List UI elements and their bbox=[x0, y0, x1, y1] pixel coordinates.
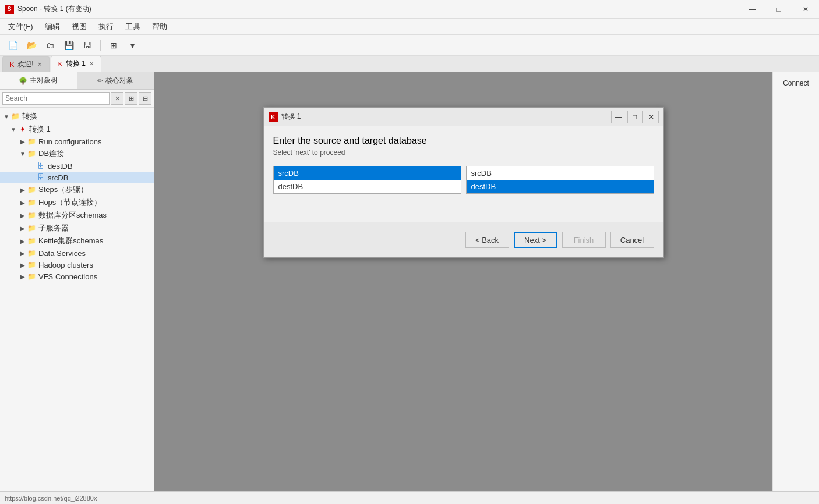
toolbar: 📄 📂 🗂 💾 🖫 ⊞ ▾ bbox=[0, 35, 819, 56]
tree-item-data-services[interactable]: ▶ 📁 Data Services bbox=[0, 247, 154, 259]
menu-execute[interactable]: 执行 bbox=[93, 19, 119, 34]
tree-item-srcdb[interactable]: ▶ 🗄 srcDB bbox=[0, 172, 154, 183]
dialog-titlebar: K 转换 1 — □ ✕ bbox=[264, 108, 663, 126]
tree-label-steps: Steps（步骤） bbox=[38, 184, 88, 195]
dialog: K 转换 1 — □ ✕ Enter the source and target… bbox=[263, 107, 664, 258]
dialog-icon: K bbox=[269, 112, 278, 122]
tree-item-transform1[interactable]: ▼ ✦ 转换 1 bbox=[0, 123, 154, 136]
db-folder-icon: 📁 bbox=[27, 149, 36, 158]
toggle-schemas[interactable]: ▶ bbox=[19, 211, 27, 219]
dialog-close-button[interactable]: ✕ bbox=[644, 111, 659, 123]
target-db-list[interactable]: srcDB destDB bbox=[466, 166, 654, 194]
tree-item-subserver[interactable]: ▶ 📁 子服务器 bbox=[0, 222, 154, 235]
tree-item-hops[interactable]: ▶ 📁 Hops（节点连接） bbox=[0, 196, 154, 209]
source-item-destdb[interactable]: destDB bbox=[274, 180, 461, 193]
open2-button[interactable]: 🗂 bbox=[42, 37, 58, 54]
tab-transform-close[interactable]: ✕ bbox=[89, 61, 94, 67]
next-button[interactable]: Next > bbox=[514, 232, 557, 248]
search-input[interactable] bbox=[2, 92, 110, 105]
sidebar-tab-main[interactable]: 🌳 主对象树 bbox=[0, 72, 77, 89]
toggle-kettle-schemas[interactable]: ▶ bbox=[19, 237, 27, 245]
minimize-button[interactable]: — bbox=[739, 0, 765, 19]
transform-icon: ✦ bbox=[17, 125, 27, 134]
source-db-list[interactable]: srcDB destDB bbox=[273, 166, 461, 194]
menu-tools[interactable]: 工具 bbox=[119, 19, 146, 34]
tab-welcome-icon: K bbox=[10, 61, 14, 68]
tab-transform-label: 转换 1 bbox=[66, 59, 86, 69]
right-panel: Connect bbox=[772, 72, 819, 504]
new-button[interactable]: 📄 bbox=[5, 37, 21, 54]
menu-help[interactable]: 帮助 bbox=[146, 19, 173, 34]
tabs-row: K 欢迎! ✕ K 转换 1 ✕ bbox=[0, 56, 819, 72]
tree-item-run-config[interactable]: ▶ 📁 Run configurations bbox=[0, 136, 154, 147]
sidebar-tabs: 🌳 主对象树 ✏ 核心对象 bbox=[0, 72, 154, 90]
content-area: K 转换 1 — □ ✕ Enter the source and target… bbox=[154, 72, 772, 504]
back-button[interactable]: < Back bbox=[465, 232, 509, 248]
tab-welcome[interactable]: K 欢迎! ✕ bbox=[2, 56, 50, 72]
layers-button[interactable]: ⊞ bbox=[105, 37, 122, 54]
hadoop-folder-icon: 📁 bbox=[27, 260, 36, 269]
vfs-folder-icon: 📁 bbox=[27, 272, 36, 281]
kettle-schemas-folder-icon: 📁 bbox=[27, 236, 36, 246]
tree-item-transform-root[interactable]: ▼ 📁 转换 bbox=[0, 110, 154, 123]
tree-item-steps[interactable]: ▶ 📁 Steps（步骤） bbox=[0, 183, 154, 196]
toggle-db-connections[interactable]: ▼ bbox=[19, 150, 27, 158]
toggle-vfs[interactable]: ▶ bbox=[19, 272, 27, 281]
open-button[interactable]: 📂 bbox=[23, 37, 40, 54]
save-button[interactable]: 💾 bbox=[61, 37, 77, 54]
toggle-hadoop[interactable]: ▶ bbox=[19, 261, 27, 269]
toolbar-separator bbox=[100, 40, 101, 51]
maximize-button[interactable]: □ bbox=[765, 0, 792, 19]
target-item-srcdb[interactable]: srcDB bbox=[467, 166, 654, 180]
menu-view[interactable]: 视图 bbox=[66, 19, 93, 34]
tree-item-kettle-schemas[interactable]: ▶ 📁 Kettle集群schemas bbox=[0, 235, 154, 247]
menu-file[interactable]: 文件(F) bbox=[2, 19, 39, 34]
tab-welcome-label: 欢迎! bbox=[17, 59, 33, 69]
tree-item-vfs[interactable]: ▶ 📁 VFS Connections bbox=[0, 271, 154, 282]
tree-label-kettle-schemas: Kettle集群schemas bbox=[38, 236, 103, 246]
layers2-button[interactable]: ▾ bbox=[124, 37, 140, 54]
dialog-maximize-button[interactable]: □ bbox=[627, 111, 643, 123]
window-controls: — □ ✕ bbox=[739, 0, 819, 19]
collapse-button[interactable]: ⊟ bbox=[139, 92, 151, 105]
connect-button[interactable]: Connect bbox=[781, 77, 811, 90]
tab-welcome-close[interactable]: ✕ bbox=[37, 61, 42, 68]
toggle-steps[interactable]: ▶ bbox=[19, 186, 27, 194]
tree-label-schemas: 数据库分区schemas bbox=[38, 210, 107, 221]
sidebar-tab-core[interactable]: ✏ 核心对象 bbox=[77, 72, 154, 89]
target-item-destdb[interactable]: destDB bbox=[467, 180, 654, 193]
dialog-footer: < Back Next > Finish Cancel bbox=[264, 222, 663, 257]
window-title: Spoon - 转换 1 (有变动) bbox=[17, 4, 91, 14]
tree-item-destdb[interactable]: ▶ 🗄 destDB bbox=[0, 160, 154, 172]
expand-button[interactable]: ⊞ bbox=[125, 92, 137, 105]
status-bar: https://blog.csdn.net/qq_i22880x bbox=[0, 491, 819, 504]
cancel-button[interactable]: Cancel bbox=[610, 232, 654, 248]
toggle-run-config[interactable]: ▶ bbox=[19, 137, 27, 145]
main-layout: 🌳 主对象树 ✏ 核心对象 ✕ ⊞ ⊟ ▼ 📁 转换 ▼ ✦ bbox=[0, 72, 819, 504]
run-folder-icon: 📁 bbox=[27, 137, 36, 146]
saveas-button[interactable]: 🖫 bbox=[79, 37, 96, 54]
sidebar: 🌳 主对象树 ✏ 核心对象 ✕ ⊞ ⊟ ▼ 📁 转换 ▼ ✦ bbox=[0, 72, 154, 504]
toggle-data-services[interactable]: ▶ bbox=[19, 249, 27, 257]
tab-transform[interactable]: K 转换 1 ✕ bbox=[51, 56, 101, 72]
finish-button[interactable]: Finish bbox=[562, 232, 606, 248]
search-bar: ✕ ⊞ ⊟ bbox=[0, 90, 154, 108]
menu-edit[interactable]: 编辑 bbox=[39, 19, 66, 34]
tree-label-srcdb: srcDB bbox=[48, 173, 68, 182]
close-button[interactable]: ✕ bbox=[792, 0, 819, 19]
toggle-subserver[interactable]: ▶ bbox=[19, 224, 27, 232]
dialog-minimize-button[interactable]: — bbox=[611, 111, 626, 123]
dialog-title: Enter the source and target database bbox=[273, 136, 654, 146]
tree-label-vfs: VFS Connections bbox=[38, 272, 97, 281]
toggle-transform-root[interactable]: ▼ bbox=[2, 112, 10, 120]
search-clear-button[interactable]: ✕ bbox=[111, 92, 123, 105]
toggle-transform1[interactable]: ▼ bbox=[9, 125, 17, 133]
tree-item-schemas[interactable]: ▶ 📁 数据库分区schemas bbox=[0, 209, 154, 222]
tree-label-hadoop: Hadoop clusters bbox=[38, 261, 93, 269]
menu-bar: 文件(F) 编辑 视图 执行 工具 帮助 bbox=[0, 19, 819, 35]
source-item-srcdb[interactable]: srcDB bbox=[274, 166, 461, 180]
tree-label-run-config: Run configurations bbox=[38, 137, 101, 146]
toggle-hops[interactable]: ▶ bbox=[19, 198, 27, 207]
tree-item-hadoop[interactable]: ▶ 📁 Hadoop clusters bbox=[0, 259, 154, 271]
tree-item-db-connections[interactable]: ▼ 📁 DB连接 bbox=[0, 147, 154, 160]
